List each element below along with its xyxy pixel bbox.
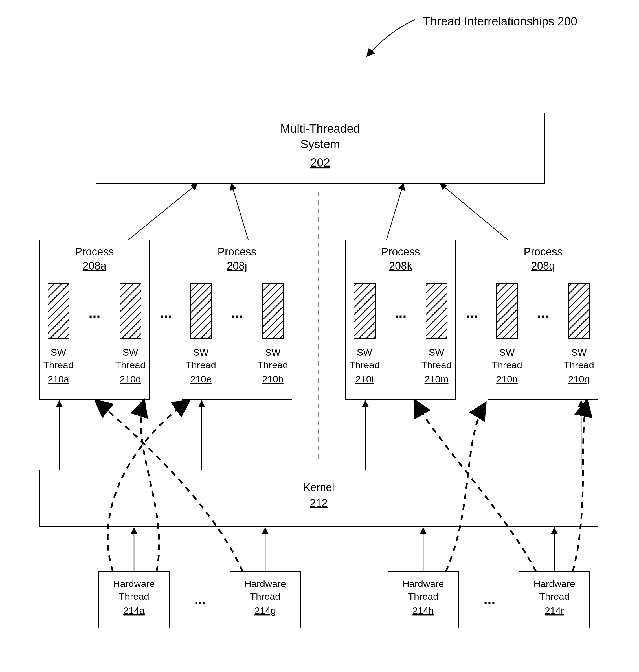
hw-line: Hardware [402,578,444,589]
arrow-proc3-to-system [387,183,403,240]
process-ref: 208a [83,260,107,272]
sw-line: SW [499,347,515,357]
ellipsis-icon: ... [466,305,478,321]
process-label: Process [381,246,420,258]
sw-line: Thread [421,360,452,370]
hw-thread-214h: Hardware Thread 214h [388,571,458,628]
sw-thread-bar [120,284,141,339]
hw-line: Thread [119,591,149,602]
ellipsis-icon: ... [160,305,172,321]
diagram: Thread Interrelationships 200 Multi-Thre… [0,0,639,672]
hw-line: Thread [408,591,438,602]
sw-ref: 210q [568,374,590,384]
sw-line: SW [193,347,209,357]
ellipsis-icon: ... [231,305,243,321]
system-ref: 202 [310,156,330,169]
sw-line: Thread [258,360,288,370]
process-ref: 208j [227,260,247,272]
hw-line: Hardware [113,578,155,589]
sw-line: SW [357,347,372,357]
sw-line: SW [571,347,587,357]
hw-thread-214g: Hardware Thread 214g [230,571,300,628]
sw-ref: 210n [496,374,518,384]
sw-line: SW [429,347,445,357]
arrow-proc1-to-system [128,183,198,240]
sw-line: Thread [492,360,522,370]
sw-ref: 210i [356,374,374,384]
process-208q: Process 208q ... SW Thread 210n SW Threa… [488,240,598,399]
sw-ref: 210d [120,374,141,384]
hw-ref: 214r [545,605,564,616]
hw-line: Hardware [244,578,286,589]
ellipsis-icon: ... [194,591,206,607]
hw-ref: 214a [123,605,145,616]
sw-ref: 210e [190,374,212,384]
multi-threaded-system-box: Multi-Threaded System 202 [96,113,545,183]
process-208a: Process 208a ... SW Thread 210a SW Threa… [40,240,150,399]
sw-line: Thread [43,360,74,370]
sw-thread-bar [497,284,518,339]
sw-line: Thread [564,360,594,370]
kernel-label: Kernel [303,482,334,493]
sw-line: SW [265,347,281,357]
sw-line: SW [123,347,138,357]
process-label: Process [75,246,114,258]
system-line2: System [300,137,340,151]
sw-thread-bar [48,284,69,339]
kernel-box: Kernel 212 [40,470,598,526]
system-line1: Multi-Threaded [280,122,360,135]
process-ref: 208q [531,260,555,272]
sw-ref: 210a [48,374,69,384]
sw-ref: 210h [262,374,283,384]
hw-line: Hardware [533,578,575,589]
hw-ref: 214h [412,605,434,616]
arrow-proc2-to-system [231,183,248,240]
process-label: Process [524,246,562,258]
sw-thread-bar [354,284,375,339]
hw-line: Thread [539,591,570,602]
hw-ref: 214g [254,605,276,616]
kernel-ref: 212 [310,497,328,509]
hw-thread-214r: Hardware Thread 214r [519,571,590,628]
hw-thread-214a: Hardware Thread 214a [99,571,169,628]
ellipsis-icon: ... [537,305,549,321]
process-ref: 208k [389,260,412,272]
sw-line: Thread [186,360,216,370]
ellipsis-icon: ... [89,305,100,321]
process-208k: Process 208k ... SW Thread 210i SW Threa… [346,240,456,399]
sw-ref: 210m [424,374,448,384]
ellipsis-icon: ... [484,591,495,607]
sw-thread-bar [568,284,590,339]
ellipsis-icon: ... [395,305,407,321]
sw-thread-bar [426,284,447,339]
sw-line: Thread [115,360,145,370]
caption: Thread Interrelationships 200 [423,15,577,28]
sw-thread-bar [190,284,212,339]
sw-line: SW [51,347,66,357]
sw-line: Thread [349,360,380,370]
caption-pointer [367,20,415,57]
sw-thread-bar [262,284,283,339]
hw-line: Thread [250,591,280,602]
arrow-proc4-to-system [440,183,508,240]
process-208j: Process 208j ... SW Thread 210e SW Threa… [182,240,292,399]
process-label: Process [218,246,256,258]
